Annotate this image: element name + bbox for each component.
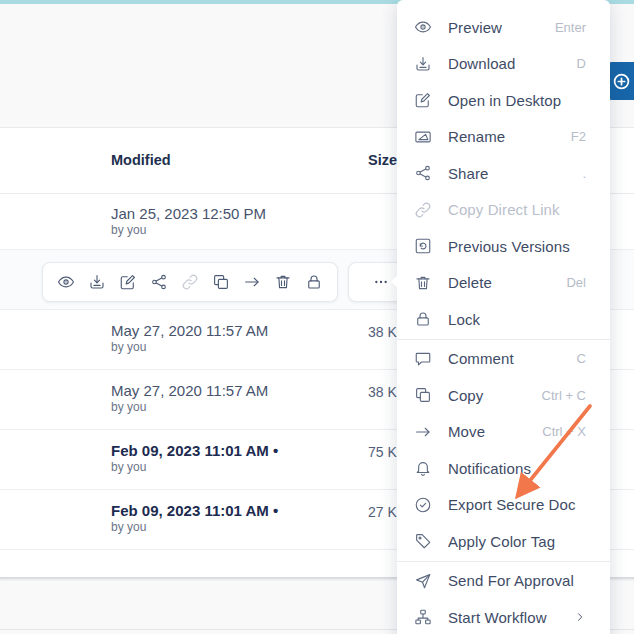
menu-item-label: Open in Desktop (448, 92, 561, 109)
menu-item-copy[interactable]: CopyCtrl + C (397, 377, 610, 414)
menu-item-send-for-approval[interactable]: Send For Approval (397, 563, 610, 600)
menu-item-label: Start Workflow (448, 609, 547, 626)
menu-divider (397, 561, 610, 562)
menu-item-label: Download (448, 55, 516, 72)
share-button[interactable] (150, 273, 168, 291)
modified-by: by you (111, 223, 266, 237)
share-icon (414, 164, 432, 182)
menu-item-shortcut: Enter (555, 20, 586, 35)
menu-item-label: Comment (448, 350, 514, 367)
lock-button[interactable] (305, 273, 323, 291)
context-menu-items: PreviewEnterDownloadDOpen in DesktopRena… (397, 9, 610, 634)
modified-date: May 27, 2020 11:57 AM (111, 382, 268, 400)
menu-divider (397, 339, 610, 340)
menu-item-label: Delete (448, 274, 492, 291)
copy-direct-link-button (181, 273, 199, 291)
link-icon (414, 201, 432, 219)
modified-date: Feb 09, 2023 11:01 AM • (111, 442, 278, 460)
menu-item-export-secure-doc[interactable]: Export Secure Doc (397, 487, 610, 524)
menu-item-shortcut: C (577, 351, 586, 366)
menu-item-shortcut: D (577, 56, 586, 71)
arrow-right-icon (414, 423, 432, 441)
menu-item-label: Previous Versions (448, 238, 570, 255)
copy-icon (414, 386, 432, 404)
download-icon (88, 273, 106, 291)
lock-icon (305, 273, 323, 291)
menu-item-lock[interactable]: Lock (397, 301, 610, 338)
open-in-desktop-button[interactable] (119, 273, 137, 291)
tag-icon (414, 532, 432, 550)
menu-item-open-in-desktop[interactable]: Open in Desktop (397, 82, 610, 119)
menu-item-comment[interactable]: CommentC (397, 341, 610, 378)
add-button[interactable] (608, 62, 634, 100)
menu-item-apply-color-tag[interactable]: Apply Color Tag (397, 523, 610, 560)
modified-date: May 27, 2020 11:57 AM (111, 322, 268, 340)
menu-item-label: Send For Approval (448, 572, 574, 589)
context-menu: PreviewEnterDownloadDOpen in DesktopRena… (397, 0, 610, 634)
comment-icon (414, 350, 432, 368)
workflow-icon (414, 608, 432, 626)
menu-item-start-workflow[interactable]: Start Workflow (397, 599, 610, 634)
column-header-modified[interactable]: Modified (111, 152, 171, 168)
menu-item-share[interactable]: Share. (397, 155, 610, 192)
link-icon (181, 273, 199, 291)
menu-item-shortcut: F2 (571, 129, 586, 144)
menu-item-label: Share (448, 165, 489, 182)
row-action-toolbar (42, 262, 338, 302)
download-button[interactable] (88, 273, 106, 291)
preview-button[interactable] (57, 273, 75, 291)
menu-item-label: Rename (448, 128, 505, 145)
menu-item-label: Apply Color Tag (448, 533, 555, 550)
plus-circle-icon (612, 72, 631, 91)
menu-item-delete[interactable]: DeleteDel (397, 265, 610, 302)
delete-button[interactable] (274, 273, 292, 291)
edit-icon (119, 273, 137, 291)
download-icon (414, 55, 432, 73)
modified-by: by you (111, 520, 278, 534)
modified-cell: May 27, 2020 11:57 AMby you (111, 382, 268, 414)
modified-by: by you (111, 460, 278, 474)
menu-item-label: Notifications (448, 460, 531, 477)
modified-cell: Feb 09, 2023 11:01 AM •by you (111, 442, 278, 474)
edit-icon (414, 91, 432, 109)
bell-icon (414, 459, 432, 477)
menu-item-shortcut: Del (566, 275, 586, 290)
modified-by: by you (111, 340, 268, 354)
menu-item-shortcut: . (582, 166, 586, 181)
menu-item-shortcut: Ctrl + X (542, 424, 586, 439)
copy-button[interactable] (212, 273, 230, 291)
menu-item-label: Copy Direct Link (448, 201, 560, 218)
screen: Modified Size Jan 25, 2023 12:50 PMby yo… (0, 0, 634, 634)
menu-item-download[interactable]: DownloadD (397, 46, 610, 83)
rename-icon (414, 128, 432, 146)
chevron-right-icon (574, 611, 586, 623)
move-button[interactable] (243, 273, 261, 291)
menu-item-move[interactable]: MoveCtrl + X (397, 414, 610, 451)
modified-date: Feb 09, 2023 11:01 AM • (111, 502, 278, 520)
menu-item-shortcut: Ctrl + C (542, 388, 586, 403)
trash-icon (414, 274, 432, 292)
menu-item-rename[interactable]: RenameF2 (397, 119, 610, 156)
modified-cell: Jan 25, 2023 12:50 PMby you (111, 205, 266, 237)
menu-item-label: Lock (448, 311, 480, 328)
eye-icon (414, 18, 432, 36)
eye-icon (57, 273, 75, 291)
menu-item-label: Copy (448, 387, 483, 404)
menu-item-preview[interactable]: PreviewEnter (397, 9, 610, 46)
menu-item-notifications[interactable]: Notifications (397, 450, 610, 487)
versions-icon (414, 237, 432, 255)
modified-cell: May 27, 2020 11:57 AMby you (111, 322, 268, 354)
modified-cell: Feb 09, 2023 11:01 AM •by you (111, 502, 278, 534)
lock-icon (414, 310, 432, 328)
modified-by: by you (111, 400, 268, 414)
copy-icon (212, 273, 230, 291)
send-icon (414, 572, 432, 590)
menu-item-previous-versions[interactable]: Previous Versions (397, 228, 610, 265)
menu-item-label: Export Secure Doc (448, 496, 576, 513)
column-header-size[interactable]: Size (368, 152, 397, 168)
ellipsis-icon (373, 274, 389, 290)
share-icon (150, 273, 168, 291)
menu-item-copy-direct-link: Copy Direct Link (397, 192, 610, 229)
trash-icon (274, 273, 292, 291)
shield-check-icon (414, 496, 432, 514)
